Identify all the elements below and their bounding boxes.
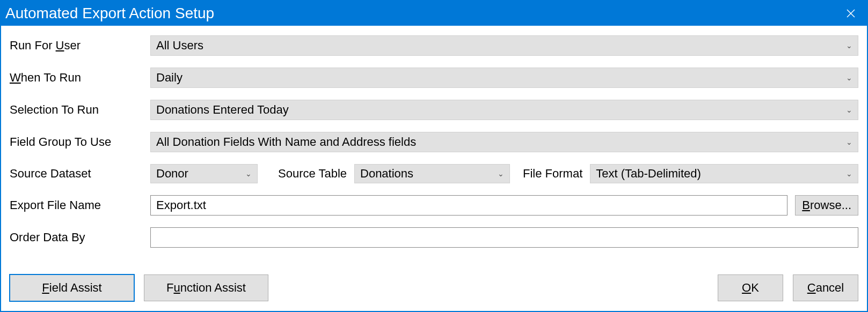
row-export-filename: Export File Name Export.txt Browse... xyxy=(10,195,858,216)
label-source-dataset: Source Dataset xyxy=(10,167,150,181)
label-accel: U xyxy=(56,39,64,52)
label-accel: W xyxy=(10,71,21,84)
btn-text: K xyxy=(751,281,759,294)
browse-button[interactable]: Browse... xyxy=(795,195,858,216)
label-selection-to-run: Selection To Run xyxy=(10,103,150,117)
btn-accel: F xyxy=(42,281,49,294)
field-assist-button[interactable]: Field Assist xyxy=(10,274,134,301)
btn-accel: O xyxy=(742,281,751,294)
btn-text: nction Assist xyxy=(180,281,246,294)
dialog-footer: Field Assist Function Assist OK Cancel xyxy=(1,265,867,311)
select-value: All Users xyxy=(156,39,203,53)
label-file-format: File Format xyxy=(523,167,582,181)
selection-to-run-select[interactable]: Donations Entered Today ⌄ xyxy=(150,100,858,120)
label-text: hen To Run xyxy=(21,71,81,84)
select-value: Daily xyxy=(156,71,183,85)
close-button[interactable] xyxy=(835,1,867,26)
source-table-select[interactable]: Donations ⌄ xyxy=(354,164,510,183)
close-icon xyxy=(846,9,856,18)
row-order-by: Order Data By xyxy=(10,227,858,248)
btn-text: F xyxy=(166,281,173,294)
chevron-down-icon: ⌄ xyxy=(846,138,852,146)
row-selection-to-run: Selection To Run Donations Entered Today… xyxy=(10,100,858,120)
dialog-window: Automated Export Action Setup Run For Us… xyxy=(0,0,868,312)
select-value: Donations xyxy=(360,167,413,181)
window-title: Automated Export Action Setup xyxy=(5,5,214,22)
row-source: Source Dataset Donor ⌄ Source Table Dona… xyxy=(10,164,858,183)
order-by-input[interactable] xyxy=(150,227,858,248)
label-source-table: Source Table xyxy=(278,167,347,181)
chevron-down-icon: ⌄ xyxy=(245,169,252,178)
chevron-down-icon: ⌄ xyxy=(846,169,852,178)
input-value: Export.txt xyxy=(156,198,206,212)
row-run-for-user: Run For User All Users ⌄ xyxy=(10,35,858,56)
btn-accel: u xyxy=(173,281,180,294)
dialog-content: Run For User All Users ⌄ When To Run Dai… xyxy=(1,26,867,265)
file-format-select[interactable]: Text (Tab-Delimited) ⌄ xyxy=(590,164,858,183)
function-assist-button[interactable]: Function Assist xyxy=(144,274,268,301)
chevron-down-icon: ⌄ xyxy=(498,169,504,178)
when-to-run-select[interactable]: Daily ⌄ xyxy=(150,68,858,88)
select-value: All Donation Fields With Name and Addres… xyxy=(156,135,416,149)
label-field-group: Field Group To Use xyxy=(10,135,150,149)
select-value: Donations Entered Today xyxy=(156,103,289,117)
label-export-filename: Export File Name xyxy=(10,198,150,212)
cancel-button[interactable]: Cancel xyxy=(793,274,858,301)
field-group-select[interactable]: All Donation Fields With Name and Addres… xyxy=(150,132,858,152)
export-filename-input[interactable]: Export.txt xyxy=(150,195,787,216)
label-text: Run For xyxy=(10,39,56,52)
select-value: Text (Tab-Delimited) xyxy=(596,167,701,181)
btn-accel: C xyxy=(807,281,816,294)
row-when-to-run: When To Run Daily ⌄ xyxy=(10,68,858,88)
row-field-group: Field Group To Use All Donation Fields W… xyxy=(10,132,858,152)
chevron-down-icon: ⌄ xyxy=(846,73,852,82)
label-run-for-user: Run For User xyxy=(10,39,150,53)
btn-text: rowse... xyxy=(810,198,851,212)
ok-button[interactable]: OK xyxy=(718,274,783,301)
label-when-to-run: When To Run xyxy=(10,71,150,85)
chevron-down-icon: ⌄ xyxy=(846,106,852,114)
select-value: Donor xyxy=(156,167,188,181)
btn-text: ancel xyxy=(816,281,844,294)
label-text: ser xyxy=(64,39,81,52)
run-for-user-select[interactable]: All Users ⌄ xyxy=(150,35,858,56)
btn-text: ield Assist xyxy=(49,281,102,294)
chevron-down-icon: ⌄ xyxy=(846,41,852,50)
titlebar: Automated Export Action Setup xyxy=(1,1,867,26)
source-inline-group: Donor ⌄ Source Table Donations ⌄ File Fo… xyxy=(150,164,858,183)
label-order-by: Order Data By xyxy=(10,231,150,244)
btn-accel: B xyxy=(802,198,810,212)
source-dataset-select[interactable]: Donor ⌄ xyxy=(150,164,258,183)
